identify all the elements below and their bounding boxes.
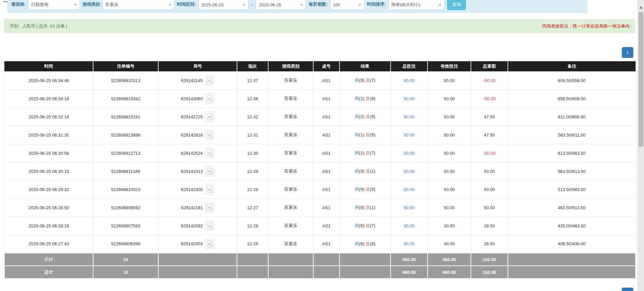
col-header-round-id: 局号 (158, 61, 237, 71)
table-row: 2025-06-25 06:30:15 522606811349 6291424… (4, 162, 636, 180)
cell-session: 12-37 (237, 71, 268, 89)
cell-total-bet: 50.00 (391, 71, 428, 89)
total-bet-link[interactable]: 50.00 (404, 96, 415, 101)
total-bet-link[interactable]: 50.00 (404, 151, 415, 156)
cell-time: 2025-06-25 06:27:43 (4, 235, 93, 253)
page-size-label: 每页笔数: (309, 1, 327, 10)
cell-valid-bet: 50.00 (428, 144, 471, 162)
table-row: 2025-06-25 06:31:35 522606813898 6291426… (4, 126, 636, 144)
video-file-icon (207, 77, 213, 84)
result-banker-label: 庄 (366, 150, 370, 155)
total-label: 总计 (4, 266, 93, 279)
sort-select[interactable]: 降幂(由大到小) ▼ (388, 0, 445, 10)
cell-session: 12-31 (237, 126, 268, 144)
cell-time: 2025-06-25 06:32:14 (4, 108, 93, 126)
total-bet-link[interactable]: 50.00 (404, 169, 415, 174)
total-bet-link[interactable]: 50.00 (404, 78, 415, 83)
video-replay-button[interactable] (205, 166, 214, 177)
subtotal-row: 小计 10 460.00 460.00 152.00 (4, 253, 636, 266)
cell-time: 2025-06-25 06:28:18 (4, 217, 93, 235)
date-to-select[interactable]: 2025-06-25 ▼ (256, 0, 306, 10)
cell-result: 闲(6) 庄(7) (339, 217, 391, 235)
cell-table-no: AS1 (313, 180, 339, 198)
date-mode-value: 日期查询 (31, 2, 48, 8)
query-button[interactable]: 查询 (447, 0, 466, 10)
cell-round-id: 629142524 (158, 144, 237, 162)
result-banker-label: 庄 (366, 132, 370, 137)
result-banker-label: 庄 (366, 205, 370, 210)
total-bet-link[interactable]: 30.00 (404, 223, 415, 228)
cell-session: 12-27 (237, 198, 268, 217)
vertical-scrollbar[interactable] (638, 0, 644, 291)
video-replay-button[interactable] (205, 130, 214, 140)
bet-records-table: 时间 注单编号 局号 场次 游戏类别 桌号 结果 总投注 有效投注 总派彩 备注… (4, 61, 636, 279)
total-bet-link[interactable]: 50.00 (404, 205, 415, 210)
result-banker-label: 庄 (366, 96, 370, 101)
cell-game-type: 百家乐 (268, 162, 313, 180)
cell-result: 闲(9) 庄(5) (339, 180, 391, 198)
cell-time: 2025-06-25 06:29:32 (4, 180, 93, 198)
video-file-icon (207, 113, 213, 120)
cell-bet-id: 522606811349 (93, 162, 158, 180)
pagination-page-1-bottom[interactable]: 1 (622, 288, 633, 291)
cell-remark: 613.50/563.50 (508, 144, 636, 162)
total-bet-link[interactable]: 50.00 (404, 133, 415, 138)
cell-table-no: AS1 (313, 108, 339, 126)
cell-remark: 406.50/435.00 (508, 235, 636, 253)
total-bet-link[interactable]: 50.00 (404, 187, 415, 192)
video-replay-button[interactable] (205, 239, 214, 249)
total-bet-link[interactable]: 30.00 (404, 241, 415, 246)
video-replay-button[interactable] (205, 184, 214, 195)
cell-payout: 28.50 (471, 217, 508, 235)
date-from-select[interactable]: 2025-06-25 ▼ (198, 0, 249, 10)
total-bet-link[interactable]: 50.00 (404, 114, 415, 119)
video-file-icon (207, 95, 213, 102)
cell-bet-id: 522606819342 (93, 89, 158, 108)
video-file-icon (207, 149, 213, 157)
date-to-value: 2025-06-25 (259, 2, 281, 7)
cell-game-type: 百家乐 (268, 235, 313, 253)
chevron-down-icon: ▼ (74, 3, 77, 7)
cell-table-no: AS1 (313, 217, 339, 235)
chevron-down-icon: ▼ (242, 3, 246, 7)
cell-round-id: 629142413 (158, 162, 237, 180)
cell-total-bet: 30.00 (391, 235, 428, 253)
arrow-up-icon[interactable] (639, 6, 643, 9)
col-header-time: 时间 (4, 61, 93, 71)
result-player-label: 闲 (355, 241, 359, 246)
result-player-label: 闲 (355, 132, 359, 137)
cell-game-type: 百家乐 (268, 71, 313, 89)
video-replay-button[interactable] (205, 220, 214, 231)
table-row: 2025-06-25 06:34:46 522606820313 6291431… (4, 71, 636, 89)
video-replay-button[interactable] (205, 75, 214, 86)
cell-payout: -50.00 (471, 144, 508, 162)
video-replay-button[interactable] (205, 93, 214, 104)
cell-bet-id: 522606810023 (93, 180, 158, 198)
subtotal-total-bet: 460.00 (391, 253, 428, 266)
cell-bet-id: 522606812713 (93, 144, 158, 162)
cell-round-id: 629142616 (158, 126, 237, 144)
cell-round-id: 629143060 (158, 89, 237, 108)
video-replay-button[interactable] (205, 148, 214, 158)
cell-time: 2025-06-25 06:34:46 (4, 71, 93, 89)
cell-remark: 658.50/608.50 (508, 89, 636, 108)
result-banker-label: 庄 (366, 114, 370, 119)
chevron-down-icon: ▼ (168, 3, 171, 7)
total-row: 总计 10 460.00 460.00 152.00 (4, 266, 636, 279)
video-replay-button[interactable] (205, 202, 214, 213)
cell-game-type: 百家乐 (268, 144, 313, 162)
col-header-total-bet: 总投注 (391, 61, 428, 71)
cell-valid-bet: 30.00 (428, 235, 471, 253)
col-header-game-type: 游戏类别 (268, 61, 313, 71)
pagination-page-1-top[interactable]: 1 (622, 47, 633, 58)
cell-bet-id: 522606806398 (93, 235, 158, 253)
scrollbar-thumb[interactable] (639, 12, 643, 147)
video-replay-button[interactable] (205, 111, 214, 122)
date-mode-select[interactable]: 日期查询 ▼ (28, 0, 80, 10)
table-row: 2025-06-25 06:27:43 522606806398 6291420… (4, 235, 636, 253)
game-type-select[interactable]: 百家乐 ▼ (102, 0, 174, 10)
table-footer: 小计 10 460.00 460.00 152.00 总计 10 460.00 … (4, 253, 636, 279)
page-size-select[interactable]: 100 ▼ (330, 0, 365, 10)
cell-total-bet: 50.00 (391, 144, 428, 162)
cell-payout: 28.50 (471, 235, 508, 253)
